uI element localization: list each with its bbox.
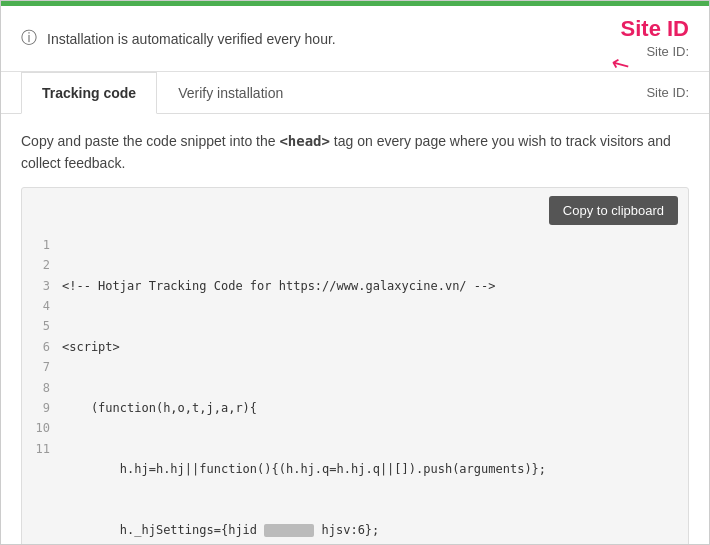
code-container: Copy to clipboard 12345 67891011 <!-- Ho… [21, 187, 689, 545]
info-bar: ⓘ Installation is automatically verified… [1, 6, 709, 72]
tab-verify-installation[interactable]: Verify installation [157, 72, 304, 113]
info-icon: ⓘ [21, 28, 37, 49]
description-part1: Copy and paste the code snippet into the [21, 133, 279, 149]
hidden-value [264, 524, 314, 537]
copy-to-clipboard-button[interactable]: Copy to clipboard [549, 196, 678, 225]
site-id-area: Site ID ↖ Site ID: [621, 18, 689, 59]
code-line-5: h._hjSettings={hjid hjsv:6}; [62, 520, 688, 540]
info-bar-left: ⓘ Installation is automatically verified… [21, 28, 336, 49]
info-message: Installation is automatically verified e… [47, 31, 336, 47]
code-line-1: <!-- Hotjar Tracking Code for https://ww… [62, 276, 688, 296]
description: Copy and paste the code snippet into the… [1, 114, 709, 187]
code-line-4: h.hj=h.hj||function(){(h.hj.q=h.hj.q||[]… [62, 459, 688, 479]
tabs: Tracking code Verify installation [21, 72, 304, 113]
site-id-right-label: Site ID: [646, 85, 689, 100]
copy-btn-row: Copy to clipboard [22, 188, 688, 229]
head-tag: <head> [279, 133, 330, 149]
code-line-3: (function(h,o,t,j,a,r){ [62, 398, 688, 418]
code-block: 12345 67891011 <!-- Hotjar Tracking Code… [22, 229, 688, 545]
code-line-2: <script> [62, 337, 688, 357]
tab-tracking-code[interactable]: Tracking code [21, 72, 157, 114]
site-id-big-label: Site ID [621, 18, 689, 40]
tabs-row: Tracking code Verify installation Site I… [1, 72, 709, 114]
site-id-small-label: Site ID: [646, 44, 689, 59]
code-lines: <!-- Hotjar Tracking Code for https://ww… [62, 235, 688, 545]
line-numbers: 12345 67891011 [22, 235, 62, 545]
